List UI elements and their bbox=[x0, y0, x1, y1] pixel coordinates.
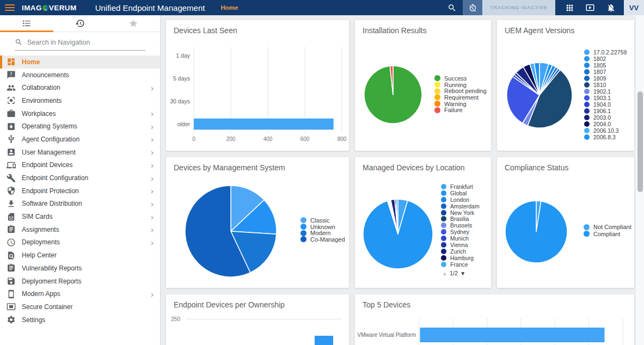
clock-icon bbox=[7, 238, 16, 247]
sidebar-item-help-center[interactable]: Help Center bbox=[0, 249, 160, 262]
sidebar-item-assignments[interactable]: Assignments› bbox=[0, 223, 160, 236]
legend-label: 2006.10.3 bbox=[593, 127, 619, 134]
sidebar-item-environments[interactable]: Environments bbox=[0, 94, 160, 107]
legend-label: France bbox=[450, 261, 468, 268]
pager-up-icon[interactable]: ▲ bbox=[442, 270, 447, 276]
media-button[interactable] bbox=[584, 0, 597, 15]
legend-label: Warning bbox=[444, 101, 467, 107]
y-tick-label: 250 bbox=[171, 316, 180, 322]
legend-item: France bbox=[441, 261, 480, 268]
legend-label: Sydney bbox=[450, 229, 469, 235]
sidebar-item-label: Workplaces bbox=[22, 110, 56, 118]
hbar-chart: VMware Virtual Platform bbox=[355, 316, 634, 345]
search-input[interactable] bbox=[27, 39, 145, 46]
pager-label: 1/2 bbox=[450, 270, 458, 276]
sidebar-tab-history[interactable] bbox=[53, 15, 107, 32]
sidebar-item-label: Endpoint Protection bbox=[22, 187, 79, 195]
legend-label: 1904.0 bbox=[593, 101, 611, 108]
legend-dot bbox=[441, 223, 446, 228]
sidebar-item-endpoint-devices[interactable]: Endpoint Devices› bbox=[0, 159, 160, 172]
notifications-button[interactable] bbox=[604, 0, 617, 15]
sidebar-item-secure-container[interactable]: Secure Container bbox=[0, 300, 160, 313]
sidebar-item-label: Environments bbox=[22, 97, 62, 104]
search-button[interactable] bbox=[445, 0, 458, 15]
legend-dot bbox=[441, 242, 446, 248]
tab-home[interactable]: Home bbox=[220, 0, 238, 15]
sidebar-item-operating-systems[interactable]: Operating Systems› bbox=[0, 120, 160, 133]
sidebar-item-home[interactable]: Home bbox=[0, 56, 160, 69]
legend-item: New York bbox=[441, 210, 480, 216]
apps-button[interactable] bbox=[563, 0, 576, 15]
legend-item: Compliant bbox=[584, 231, 631, 238]
legend-item: Vienna bbox=[441, 242, 480, 248]
legend-item: Failure bbox=[434, 107, 487, 113]
chevron-right-icon: › bbox=[151, 84, 154, 92]
chevron-right-icon: › bbox=[151, 213, 154, 221]
x-tick-label: 0 bbox=[192, 136, 195, 142]
legend-dot bbox=[300, 236, 306, 242]
y-category-label: 30 days bbox=[170, 98, 190, 104]
legend-dot bbox=[441, 255, 446, 261]
scrollbar[interactable] bbox=[635, 15, 644, 345]
pager-down-icon[interactable]: ▼ bbox=[460, 270, 465, 276]
legend-label: Failure bbox=[444, 107, 463, 113]
legend-label: 1906.1 bbox=[593, 108, 611, 114]
legend-item: Running bbox=[434, 82, 487, 88]
y-category-label: older bbox=[177, 121, 191, 127]
sidebar-item-label: Operating Systems bbox=[22, 122, 77, 130]
legend-item: Global bbox=[441, 190, 480, 196]
sidebar-item-vulnerability-reports[interactable]: Vulnerability Reports bbox=[0, 262, 160, 275]
sidebar-item-announcements[interactable]: Announcements bbox=[0, 69, 160, 82]
legend-dot bbox=[434, 94, 440, 100]
menu-icon[interactable] bbox=[5, 3, 15, 13]
tracking-control[interactable]: TRACKING INACTIVE bbox=[463, 0, 555, 15]
sidebar-tab-navigation[interactable] bbox=[0, 15, 53, 32]
legend-item: Requirement bbox=[434, 94, 487, 101]
legend-dot bbox=[300, 230, 306, 236]
sidebar-item-agent-configuration[interactable]: Agent Configuration› bbox=[0, 133, 160, 146]
legend-label: Classic bbox=[310, 217, 329, 224]
legend-label: 1903.1 bbox=[593, 95, 611, 101]
legend-item: Reboot pending bbox=[434, 88, 487, 94]
search-icon bbox=[447, 3, 457, 13]
sidebar-item-workplaces[interactable]: Workplaces› bbox=[0, 107, 160, 120]
legend-item: 1902.1 bbox=[584, 88, 627, 95]
sidebar-item-modern-apps[interactable]: Modern Apps› bbox=[0, 287, 160, 300]
legend-item: Not Compliant bbox=[584, 224, 631, 231]
legend-dot bbox=[434, 82, 440, 88]
chevron-right-icon: › bbox=[151, 238, 154, 247]
sidebar-item-sim-cards[interactable]: SIM Cards› bbox=[0, 210, 160, 223]
user-avatar[interactable]: VV bbox=[624, 0, 644, 15]
sidebar-item-label: Endpoint Devices bbox=[22, 161, 72, 169]
legend-label: 2003.0 bbox=[593, 114, 611, 121]
chevron-right-icon: › bbox=[151, 135, 154, 143]
legend-dot bbox=[441, 216, 446, 221]
legend-label: Running bbox=[444, 82, 467, 88]
tracking-toggle[interactable] bbox=[463, 0, 482, 15]
sidebar-item-software-distribution[interactable]: Software Distribution› bbox=[0, 198, 160, 211]
legend-dot bbox=[441, 229, 446, 235]
pie-chart bbox=[497, 157, 634, 288]
card-title: Endpoint Devices per Ownership bbox=[174, 300, 285, 309]
sidebar-item-label: Secure Container bbox=[22, 303, 72, 311]
sidebar-item-endpoint-protection[interactable]: Endpoint Protection› bbox=[0, 184, 160, 198]
sidebar-item-deployments[interactable]: Deployments› bbox=[0, 236, 160, 249]
clipboard-icon bbox=[7, 263, 16, 273]
chevron-right-icon: › bbox=[151, 187, 154, 195]
legend-label: Brasilia bbox=[450, 215, 469, 222]
legend-label: 1807 bbox=[593, 69, 606, 75]
chevron-right-icon: › bbox=[151, 148, 154, 156]
sidebar-item-settings[interactable]: Settings bbox=[0, 313, 160, 326]
scrollbar-thumb[interactable] bbox=[637, 91, 643, 192]
hbar-chart: 02004006008001 day5 days30 daysolder bbox=[166, 39, 349, 151]
sidebar-item-user-management[interactable]: User Management› bbox=[0, 146, 160, 159]
legend-dot bbox=[300, 224, 306, 230]
sidebar-tab-favorites[interactable] bbox=[107, 15, 160, 32]
tracking-status[interactable]: TRACKING INACTIVE bbox=[482, 0, 555, 15]
sidebar-item-endpoint-configuration[interactable]: Endpoint Configuration› bbox=[0, 171, 160, 184]
app-logo[interactable]: IMAG VERUM bbox=[22, 4, 77, 12]
legend-label: Vienna bbox=[450, 242, 468, 248]
legend-dot bbox=[584, 95, 590, 101]
sidebar-item-collaboration[interactable]: Collaboration› bbox=[0, 81, 160, 94]
sidebar-item-deplyoment-reports[interactable]: Deplyoment Reports bbox=[0, 275, 160, 288]
